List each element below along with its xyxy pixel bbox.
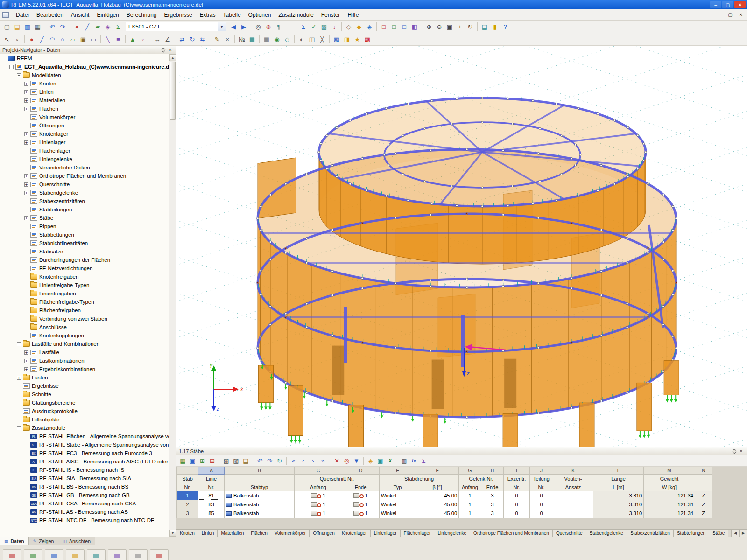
status-extra-button-1[interactable] — [24, 549, 42, 560]
icon-rotate-copy[interactable]: ↻ — [187, 34, 197, 44]
icon-show-results[interactable]: ▧ — [319, 21, 329, 32]
cell-r3-c7[interactable]: 1 — [459, 509, 481, 518]
icon-render-transparent[interactable]: ◈ — [364, 21, 374, 32]
menu-bearbeiten[interactable]: Bearbeiten — [33, 10, 67, 20]
status-extra-button-2[interactable] — [45, 549, 63, 560]
tree-item-glättungsbereiche[interactable]: Glättungsbereiche — [0, 399, 169, 407]
tree-item-linien[interactable]: +Linien — [0, 88, 169, 96]
table-tab-liniengelenke[interactable]: Liniengelenke — [434, 530, 470, 537]
menu-zusatzmodule[interactable]: Zusatzmodule — [275, 10, 317, 20]
cell-r3-c11[interactable] — [553, 509, 593, 518]
tree-item-knoten[interactable]: +Knoten — [0, 79, 169, 88]
icon-zoom-in[interactable]: ⊕ — [424, 21, 434, 32]
cell-r2-c1[interactable]: 83 — [198, 500, 225, 509]
icon-copy-cells[interactable]: ▨ — [231, 456, 241, 466]
tree-item-schnitte[interactable]: Schnitte — [0, 390, 169, 399]
icon-circle-tool[interactable]: ○ — [57, 34, 68, 44]
tree-item-knotenlager[interactable]: +Knotenlager — [0, 130, 169, 138]
icon-new-node[interactable]: ● — [72, 21, 82, 32]
mdi-minimize-button[interactable]: – — [715, 11, 724, 19]
cell-r2-c14[interactable]: Z — [695, 500, 712, 509]
icon-generate-model[interactable]: ◈ — [103, 21, 113, 32]
tree-item-linienfreigabe-typen[interactable]: Linienfreigabe-Typen — [0, 281, 169, 289]
cell-r1-c2[interactable]: Balkenstab — [225, 491, 295, 500]
tree-expander-icon[interactable]: + — [24, 191, 28, 195]
cell-r3-c4[interactable]: 1 — [342, 509, 380, 518]
icon-insert-row[interactable]: ⊞ — [197, 456, 207, 466]
tree-item-verbindung-von-zwei-stäben[interactable]: Verbindung von zwei Stäben — [0, 315, 169, 323]
tree-expander-icon[interactable]: + — [24, 82, 28, 86]
cell-r2-c8[interactable]: 3 — [481, 500, 504, 509]
table-tab-linienlager[interactable]: Linienlager — [371, 530, 401, 537]
icon-line-tool[interactable]: ╱ — [37, 34, 47, 44]
icon-print[interactable]: ▦ — [33, 21, 43, 32]
icon-solid-tool[interactable]: ▣ — [78, 34, 88, 44]
tree-item-rf-stahl-gb-bemessung-nach-gb[interactable]: GBRF-STAHL GB - Bemessung nach GB — [0, 491, 169, 499]
icon-select-pointer[interactable]: ↖ — [2, 34, 12, 44]
icon-guide-lines[interactable]: ≡ — [284, 21, 294, 32]
cell-r1-c9[interactable]: 0 — [504, 491, 530, 500]
icon-table-view[interactable]: ▣ — [375, 456, 385, 466]
tree-expander-icon[interactable]: + — [24, 107, 28, 111]
icon-undo-table[interactable]: ↶ — [255, 456, 265, 466]
row-number-2[interactable]: 2 — [177, 500, 198, 509]
icon-load-cases[interactable]: Σ — [113, 21, 123, 32]
icon-edit-mode[interactable]: ✎ — [212, 34, 222, 44]
icon-grid[interactable]: ▦ — [261, 34, 272, 44]
icon-isometric-view[interactable]: ◧ — [409, 21, 420, 32]
tree-item-linienfreigaben[interactable]: Linienfreigaben — [0, 289, 169, 298]
menu-berechnung[interactable]: Berechnung — [123, 10, 161, 20]
icon-redo[interactable]: ↷ — [57, 21, 68, 32]
cell-r1-c13[interactable]: 121.34 — [644, 491, 695, 500]
menu-einfügen[interactable]: Einfügen — [93, 10, 122, 20]
cell-r3-c13[interactable]: 121.34 — [644, 509, 695, 518]
icon-sync-3d-view[interactable]: ◈ — [366, 456, 375, 466]
icon-delete-row[interactable]: ⊟ — [207, 456, 217, 466]
icon-formula-sum[interactable]: Σ — [419, 456, 429, 466]
tree-item-rf-stahl-stäbe-allgemeine-spannungsanalyse[interactable]: STRF-STAHL Stäbe - Allgemeine Spannungsa… — [0, 441, 169, 449]
table-tab-knoten[interactable]: Knoten — [176, 530, 198, 537]
icon-move-copy[interactable]: ⇄ — [177, 34, 187, 44]
status-extra-button-6[interactable] — [129, 549, 148, 560]
chevron-down-icon[interactable]: ▼ — [218, 22, 226, 31]
tree-item-volumenkörper[interactable]: Volumenkörper — [0, 113, 169, 121]
tree-item-stabsätze[interactable]: Stabsätze — [0, 247, 169, 256]
pin-icon[interactable] — [731, 448, 738, 455]
menu-datei[interactable]: Datei — [12, 10, 33, 20]
tree-item-stabbettungen[interactable]: Stabbettungen — [0, 231, 169, 239]
cell-r3-c14[interactable]: Z — [695, 509, 712, 518]
cell-r3-c6[interactable]: 45.00 — [416, 509, 459, 518]
icon-filter-rows[interactable]: ▼ — [352, 456, 361, 466]
icon-jump-prev[interactable]: ‹ — [298, 456, 308, 466]
panel-tab-zeigen[interactable]: ✎Zeigen — [29, 537, 59, 545]
table-tab-stabteilungen[interactable]: Stabteilungen — [674, 530, 709, 537]
cell-r1-c4[interactable]: 1 — [342, 491, 380, 500]
tree-expander-icon[interactable]: + — [24, 350, 28, 355]
icon-zoom-window[interactable]: ▣ — [444, 21, 455, 32]
icon-select-in-model[interactable]: ◎ — [342, 456, 352, 466]
icon-jump-last[interactable]: » — [318, 456, 328, 466]
table-tab-querschnitte[interactable]: Querschnitte — [553, 530, 586, 537]
icon-member-tool[interactable]: ╲ — [103, 34, 113, 44]
column-letter-C[interactable]: C — [295, 467, 342, 475]
tree-item-stabexzentrizitäten[interactable]: Stabexzentrizitäten — [0, 197, 169, 205]
cell-r1-c11[interactable] — [553, 491, 593, 500]
table-tab-linien[interactable]: Linien — [198, 530, 218, 537]
column-letter-H[interactable]: H — [481, 467, 504, 475]
icon-undo[interactable]: ↶ — [47, 21, 57, 32]
icon-new-line[interactable]: ╱ — [82, 21, 92, 32]
tree-item-zusatzmodule[interactable]: −Zusatzmodule — [0, 424, 169, 432]
icon-opening-tool[interactable]: ▭ — [88, 34, 99, 44]
icon-render-wireframe[interactable]: ◇ — [344, 21, 354, 32]
table-tab-öffnungen[interactable]: Öffnungen — [310, 530, 338, 537]
tree-expander-icon[interactable]: + — [24, 182, 28, 187]
tree-item-lastfälle[interactable]: +Lastfälle — [0, 348, 169, 357]
column-letter-B[interactable]: B — [225, 467, 295, 475]
icon-print-table[interactable]: ▥ — [399, 456, 409, 466]
tree-expander-icon[interactable]: + — [24, 216, 28, 220]
icon-refresh-table[interactable]: ↻ — [275, 456, 284, 466]
icon-view-y[interactable]: □ — [389, 21, 399, 32]
table-tab-orthotrope-flächen-und-membranen[interactable]: Orthotrope Flächen und Membranen — [470, 530, 553, 537]
table-tab-materialien[interactable]: Materialien — [218, 530, 247, 537]
status-extra-button-3[interactable] — [66, 549, 85, 560]
